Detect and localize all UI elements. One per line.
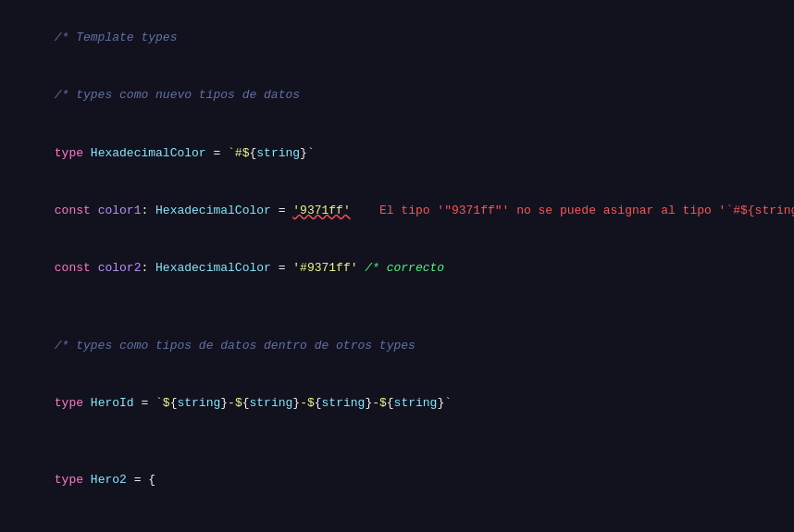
code-line-2: /* types como nuevo tipos de datos — [0, 67, 794, 124]
code-line-4: const color1: HexadecimalColor = '9371ff… — [0, 182, 794, 240]
comment: /* Template types — [55, 31, 178, 44]
variable: color1 — [98, 204, 142, 217]
type-name: HexadecimalColor — [91, 146, 206, 160]
template-literal: `#$ — [228, 146, 249, 160]
code-line-6 — [0, 298, 794, 317]
code-line-5: const color2: HexadecimalColor = '#9371f… — [0, 241, 794, 298]
code-line-11: readonly id?: HeroId, — [0, 510, 794, 532]
error-message: El tipo '"9371ff"' no se puede asignar a… — [379, 204, 794, 217]
code-editor: /* Template types /* types como nuevo ti… — [0, 0, 794, 532]
error-value: '9371ff' — [292, 204, 350, 217]
keyword: type — [55, 146, 91, 160]
code-line-3: type HexadecimalColor = `#${string}` — [0, 125, 794, 182]
code-line-7: /* types como tipos de datos dentro de o… — [0, 317, 794, 375]
code-line-10: type Hero2 = { — [0, 452, 794, 509]
comment: /* types como nuevo tipos de datos — [55, 88, 300, 102]
code-line-8: type HeroId = `${string}-${string}-${str… — [0, 375, 794, 432]
code-line-1: /* Template types — [0, 9, 794, 67]
code-line-9 — [0, 433, 794, 452]
